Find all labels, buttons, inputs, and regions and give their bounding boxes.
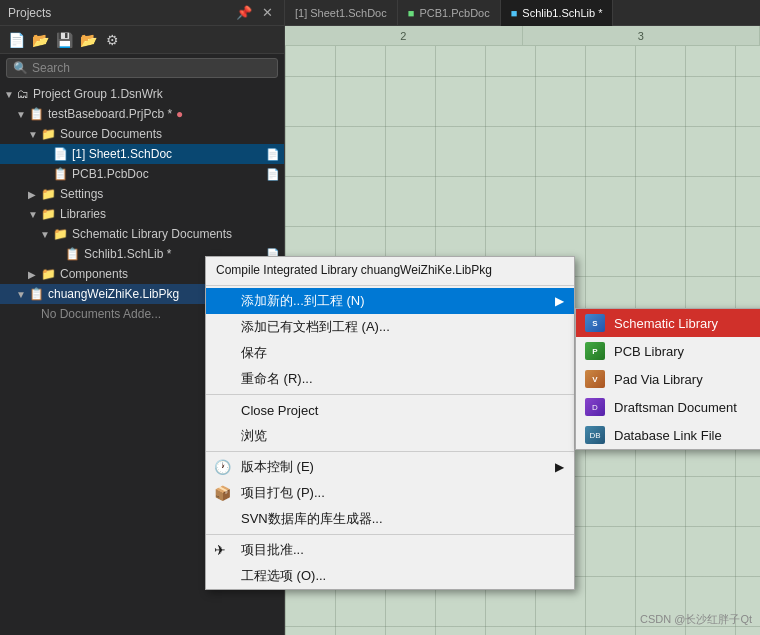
tab-schlib1-label: Schlib1.SchLib *: [522, 7, 602, 19]
dropbox-icon: 📦: [214, 485, 231, 501]
menu-project-approve[interactable]: ✈ 项目批准...: [206, 537, 574, 563]
tree-arrow-icon: ▶: [28, 269, 38, 280]
draftsman-icon: D: [584, 397, 606, 417]
submenu-pcb-lib[interactable]: P PCB Library: [576, 337, 760, 365]
pcb-project-icon: 📋: [29, 107, 44, 121]
submenu-pad-via[interactable]: V Pad Via Library: [576, 365, 760, 393]
submenu-schematic-lib[interactable]: S Schematic Library: [576, 309, 760, 337]
menu-sep-3: [206, 451, 574, 452]
tree-schlib-docs[interactable]: ▼ 📁 Schematic Library Documents: [0, 224, 284, 244]
menu-pack-label: 项目打包 (P)...: [241, 484, 325, 502]
submenu-arrow-icon: ▶: [555, 294, 564, 308]
components-folder-icon: 📁: [41, 267, 56, 281]
menu-pack-project[interactable]: 📦 项目打包 (P)...: [206, 480, 574, 506]
menu-version-control[interactable]: 🕐 版本控制 (E) ▶: [206, 454, 574, 480]
schlib-folder-icon: 📁: [53, 227, 68, 241]
editor-panel: [1] Sheet1.SchDoc ■ PCB1.PcbDoc ■ Schlib…: [285, 0, 760, 635]
draftsman-icon-box: D: [585, 398, 605, 416]
menu-sep-2: [206, 394, 574, 395]
tree-project-group[interactable]: ▼ 🗂 Project Group 1.DsnWrk: [0, 84, 284, 104]
pin-icon[interactable]: 📌: [233, 4, 255, 21]
tree-settings[interactable]: ▶ 📁 Settings: [0, 184, 284, 204]
panel-header-icons: 📌 ✕: [233, 4, 276, 21]
search-icon: 🔍: [13, 61, 28, 75]
menu-project-options[interactable]: 工程选项 (O)...: [206, 563, 574, 589]
tree-arrow-icon: ▼: [16, 109, 26, 120]
grid-ruler: 2 3: [285, 26, 760, 46]
pad-via-icon: V: [584, 369, 606, 389]
folder-icon: 📁: [41, 127, 56, 141]
search-input[interactable]: [32, 61, 271, 75]
menu-approve-label: 项目批准...: [241, 541, 304, 559]
submenu-draftsman-label: Draftsman Document: [614, 400, 737, 415]
menu-browse-label: 浏览: [241, 427, 267, 445]
context-menu: Compile Integrated Library chuangWeiZhiK…: [205, 256, 575, 590]
submenu-draftsman[interactable]: D Draftsman Document: [576, 393, 760, 421]
menu-rename-label: 重命名 (R)...: [241, 370, 313, 388]
menu-version-label: 版本控制 (E): [241, 458, 314, 476]
no-docs-label: No Documents Adde...: [41, 307, 161, 321]
panel-header: Projects 📌 ✕: [0, 0, 284, 26]
pad-icon-box: V: [585, 370, 605, 388]
schdoc-icon: 📄: [53, 147, 68, 161]
components-label: Components: [60, 267, 128, 281]
menu-add-existing-label: 添加已有文档到工程 (A)...: [241, 318, 390, 336]
tab-schlib1-icon: ■: [511, 7, 518, 19]
menu-close-project[interactable]: Close Project: [206, 397, 574, 423]
pcb-lib-icon: P: [584, 341, 606, 361]
tab-pcb1-label: PCB1.PcbDoc: [419, 7, 489, 19]
version-arrow-icon: ▶: [555, 460, 564, 474]
settings-icon[interactable]: ⚙: [102, 32, 122, 48]
watermark: CSDN @长沙红胖子Qt: [640, 612, 752, 627]
libpkg-label: chuangWeiZhiKe.LibPkg: [48, 287, 179, 301]
project-group-label: Project Group 1.DsnWrk: [33, 87, 163, 101]
menu-svn-gen[interactable]: SVN数据库的库生成器...: [206, 506, 574, 532]
menu-add-existing[interactable]: 添加已有文档到工程 (A)...: [206, 314, 574, 340]
tree-pcb1[interactable]: 📋 PCB1.PcbDoc 📄: [0, 164, 284, 184]
menu-add-new[interactable]: 添加新的...到工程 (N) ▶: [206, 288, 574, 314]
save-arrow-icon[interactable]: 📂: [78, 32, 98, 48]
tab-schlib1[interactable]: ■ Schlib1.SchLib *: [501, 0, 614, 26]
menu-save[interactable]: 保存: [206, 340, 574, 366]
sch-icon-box: S: [585, 314, 605, 332]
menu-svn-label: SVN数据库的库生成器...: [241, 510, 383, 528]
menu-rename[interactable]: 重命名 (R)...: [206, 366, 574, 392]
close-panel-icon[interactable]: ✕: [259, 4, 276, 21]
group-icon: 🗂: [17, 87, 29, 101]
pcb-project-label: testBaseboard.PrjPcb *: [48, 107, 172, 121]
submenu-pcb-label: PCB Library: [614, 344, 684, 359]
save-icon[interactable]: 💾: [54, 32, 74, 48]
menu-browse[interactable]: 浏览: [206, 423, 574, 449]
tree-arrow-icon: ▼: [16, 289, 26, 300]
submenu-database[interactable]: DB Database Link File: [576, 421, 760, 449]
clock-icon: 🕐: [214, 459, 231, 475]
pcb-icon-box: P: [585, 342, 605, 360]
submenu: S Schematic Library P PCB Library V: [575, 308, 760, 450]
panel-title: Projects: [8, 6, 51, 20]
pcb1-label: PCB1.PcbDoc: [72, 167, 149, 181]
submenu-database-label: Database Link File: [614, 428, 722, 443]
new-file-icon[interactable]: 📄: [6, 32, 26, 48]
menu-sep-1: [206, 285, 574, 286]
menu-compile[interactable]: Compile Integrated Library chuangWeiZhiK…: [206, 257, 574, 283]
open-folder-icon[interactable]: 📂: [30, 32, 50, 48]
tree-sheet1[interactable]: 📄 [1] Sheet1.SchDoc 📄: [0, 144, 284, 164]
panel-toolbar: 📄 📂 💾 📂 ⚙: [0, 26, 284, 54]
tree-source-docs[interactable]: ▼ 📁 Source Documents: [0, 124, 284, 144]
tab-pcb1[interactable]: ■ PCB1.PcbDoc: [398, 0, 501, 26]
schlib-docs-label: Schematic Library Documents: [72, 227, 232, 241]
menu-compile-label: Compile Integrated Library chuangWeiZhiK…: [216, 263, 492, 277]
libpkg-icon: 📋: [29, 287, 44, 301]
search-bar: 🔍: [6, 58, 278, 78]
libraries-folder-icon: 📁: [41, 207, 56, 221]
tree-project-pcb[interactable]: ▼ 📋 testBaseboard.PrjPcb * ●: [0, 104, 284, 124]
sheet1-label: [1] Sheet1.SchDoc: [72, 147, 172, 161]
schematic-lib-icon: S: [584, 313, 606, 333]
tree-arrow-icon: ▼: [28, 129, 38, 140]
tree-libraries[interactable]: ▼ 📁 Libraries: [0, 204, 284, 224]
tab-sheet1[interactable]: [1] Sheet1.SchDoc: [285, 0, 398, 26]
menu-options-label: 工程选项 (O)...: [241, 567, 326, 585]
editor-area: 2 3 Compile Integrated Library chuangWei…: [285, 26, 760, 635]
tree-arrow-icon: ▼: [4, 89, 14, 100]
menu-add-new-label: 添加新的...到工程 (N): [241, 292, 365, 310]
